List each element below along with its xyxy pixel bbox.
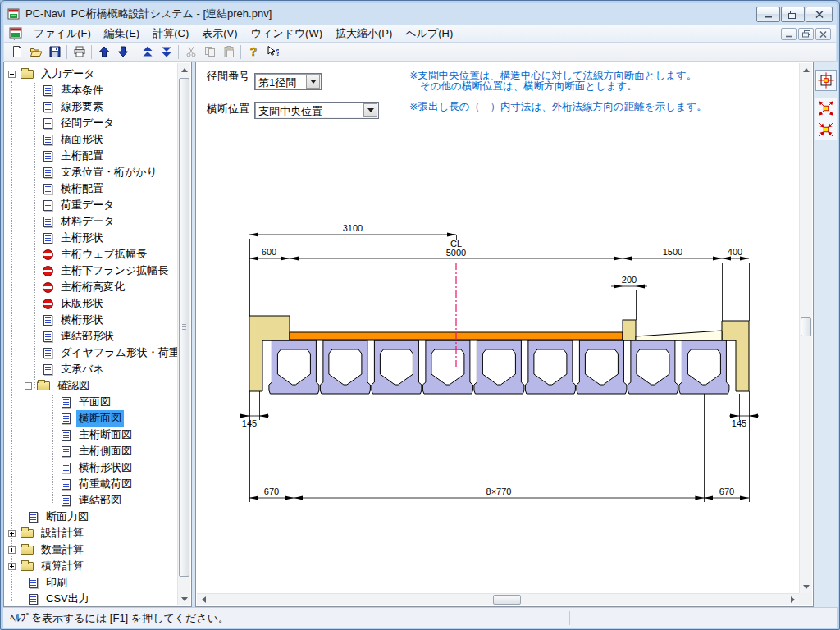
fit-view-button[interactable] xyxy=(815,70,837,91)
zoom-in-button[interactable] xyxy=(815,98,837,119)
menu-view[interactable]: 表示(V) xyxy=(195,25,244,43)
tree-item[interactable]: 支承位置・桁がかり xyxy=(5,164,177,180)
tree-item[interactable]: 横桁形状図 xyxy=(5,459,177,476)
tree-item[interactable]: 橋面形状 xyxy=(5,131,177,148)
tree-item[interactable]: CSV出力 xyxy=(5,591,177,605)
expand-icon[interactable] xyxy=(8,530,16,537)
dim-left-web: 145 xyxy=(242,418,257,428)
close-button[interactable] xyxy=(806,7,833,22)
cut-button[interactable] xyxy=(181,43,200,61)
collapse-icon[interactable] xyxy=(25,382,32,390)
tree-item[interactable]: 径間データ xyxy=(5,115,177,131)
dim-roadway: 5000 xyxy=(446,248,466,258)
folder-open-icon xyxy=(37,381,50,390)
drawing-vscroll-thumb[interactable] xyxy=(801,317,811,336)
dim-sidewalk: 1500 xyxy=(663,247,682,257)
sidewalk xyxy=(636,331,722,340)
span-number-label: 径間番号 xyxy=(207,69,249,84)
copy-button[interactable] xyxy=(200,43,219,61)
tree-item[interactable]: 主桁断面図 xyxy=(5,427,177,443)
tree-item[interactable]: ダイヤフラム形状・荷重 xyxy=(5,345,177,361)
new-file-button[interactable] xyxy=(7,43,26,61)
move-down-button[interactable] xyxy=(113,43,132,61)
dim-left-spacing: 670 xyxy=(264,486,279,496)
move-up-button[interactable] xyxy=(94,43,113,61)
save-button[interactable] xyxy=(45,43,64,61)
tree-item[interactable]: 断面力図 xyxy=(5,509,177,525)
tree-item[interactable]: 主桁形状 xyxy=(5,230,177,246)
tree-item[interactable]: 支承バネ xyxy=(5,361,177,377)
tree-item[interactable]: 数量計算 xyxy=(5,541,177,558)
menu-file[interactable]: ファイル(F) xyxy=(27,25,98,43)
chevron-down-icon[interactable] xyxy=(306,75,320,89)
document-icon xyxy=(29,578,38,588)
tree-item[interactable]: 主桁ウェブ拡幅長 xyxy=(5,246,177,262)
drawing-hscroll-thumb[interactable] xyxy=(493,595,521,605)
tree-item-selected[interactable]: 横断面図 xyxy=(5,410,177,427)
move-top-button[interactable] xyxy=(138,43,157,61)
zoom-out-button[interactable] xyxy=(815,119,837,140)
menu-zoom[interactable]: 拡大縮小(P) xyxy=(329,25,399,43)
tree-item[interactable]: 主桁側面図 xyxy=(5,443,177,459)
menu-window[interactable]: ウィンドウ(W) xyxy=(244,25,329,43)
tree-item[interactable]: 線形要素 xyxy=(5,98,177,115)
tree-item[interactable]: 荷重データ xyxy=(5,197,177,213)
scroll-up-icon[interactable] xyxy=(178,63,191,76)
chevron-down-icon[interactable] xyxy=(363,103,377,117)
tree-item[interactable]: 設計計算 xyxy=(5,525,177,541)
help-button[interactable]: ? xyxy=(244,43,262,61)
scroll-down-icon[interactable] xyxy=(800,580,813,593)
scroll-up-icon[interactable] xyxy=(800,63,813,76)
child-minimize-button[interactable] xyxy=(781,28,797,40)
document-icon xyxy=(43,233,52,244)
child-restore-button[interactable] xyxy=(798,28,814,40)
menu-help[interactable]: ヘルプ(H) xyxy=(399,25,459,43)
tree-item[interactable]: 連結部形状 xyxy=(5,328,177,345)
bridge-cross-section-diagram: 3100 CL 5000 600 1500 400 200 145 145 67… xyxy=(197,133,796,593)
tree-item[interactable]: 床版形状 xyxy=(5,295,177,312)
maximize-button[interactable] xyxy=(781,7,805,22)
dim-curb: 200 xyxy=(622,275,637,285)
document-icon xyxy=(43,85,52,96)
tree-scrollbar[interactable] xyxy=(177,63,190,605)
print-button[interactable] xyxy=(70,43,89,61)
document-icon xyxy=(43,135,52,145)
paste-button[interactable] xyxy=(219,43,238,61)
tree-item[interactable]: 連結部図 xyxy=(5,492,177,509)
tree-item[interactable]: 主桁配置 xyxy=(5,148,177,164)
collapse-icon[interactable] xyxy=(8,71,16,78)
tree-item[interactable]: 入力データ xyxy=(5,66,177,82)
drawing-vertical-scrollbar[interactable] xyxy=(799,63,812,593)
expand-icon[interactable] xyxy=(8,563,16,570)
child-close-button[interactable] xyxy=(815,28,831,40)
minimize-button[interactable] xyxy=(756,7,780,22)
tree-item[interactable]: 確認図 xyxy=(5,377,177,394)
menu-calc[interactable]: 計算(C) xyxy=(146,25,195,43)
context-help-button[interactable]: ? xyxy=(262,43,281,61)
section-position-select[interactable]: 支間中央位置 xyxy=(254,102,379,119)
tree-item[interactable]: 平面図 xyxy=(5,394,177,410)
tree-item[interactable]: 基本条件 xyxy=(5,82,177,98)
move-bottom-button[interactable] xyxy=(157,43,176,61)
menu-edit[interactable]: 編集(E) xyxy=(98,25,146,43)
tree-item[interactable]: 材料データ xyxy=(5,213,177,230)
scroll-left-icon[interactable] xyxy=(197,593,210,606)
tree-item[interactable]: 横桁形状 xyxy=(5,312,177,328)
tree-item[interactable]: 印刷 xyxy=(5,574,177,591)
tree-item[interactable]: 主桁下フランジ拡幅長 xyxy=(5,262,177,279)
scroll-down-icon[interactable] xyxy=(178,592,191,605)
dim-right-spacing: 670 xyxy=(719,486,734,496)
document-icon xyxy=(43,118,52,129)
tree-item[interactable]: 主桁桁高変化 xyxy=(5,279,177,295)
tree-scrollbar-thumb[interactable] xyxy=(179,78,189,577)
tree-item[interactable]: 横桁配置 xyxy=(5,180,177,197)
app-window: PC-Navi PC桁橋概略設計システム - [連結preh.pnv] ファイル… xyxy=(0,0,840,630)
scroll-right-icon[interactable] xyxy=(786,593,799,606)
tree-item[interactable]: 荷重載荷図 xyxy=(5,476,177,492)
tree-item[interactable]: 積算計算 xyxy=(5,558,177,574)
expand-icon[interactable] xyxy=(8,546,16,554)
disabled-icon xyxy=(43,266,53,276)
span-number-select[interactable]: 第1径間 xyxy=(254,73,322,90)
drawing-horizontal-scrollbar[interactable] xyxy=(197,593,799,605)
open-file-button[interactable] xyxy=(26,43,45,61)
